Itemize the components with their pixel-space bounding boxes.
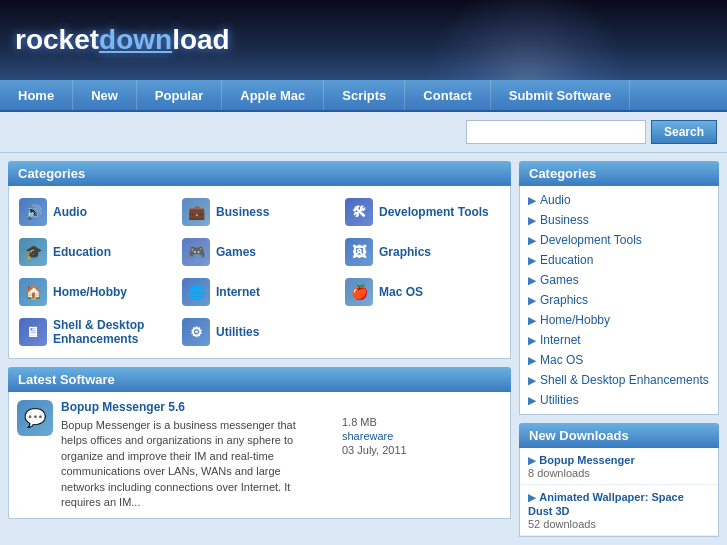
arrow-icon: ▶ — [528, 275, 536, 286]
latest-item-content-0: Bopup Messenger 5.6 Bopup Messenger is a… — [61, 400, 502, 510]
site-logo: rocketdownload — [15, 24, 230, 56]
right-categories-box: ▶ Audio ▶ Business ▶ Development Tools ▶… — [519, 186, 719, 415]
internet-icon: 🌐 — [182, 278, 210, 306]
arrow-icon: ▶ — [528, 355, 536, 366]
latest-item-title-0[interactable]: Bopup Messenger 5.6 — [61, 400, 185, 414]
site-header: rocketdownload — [0, 0, 727, 80]
arrow-icon: ▶ — [528, 335, 536, 346]
right-cat-utilities[interactable]: ▶ Utilities — [520, 390, 718, 410]
new-downloads-header: New Downloads — [519, 423, 719, 448]
right-cat-home-hobby[interactable]: ▶ Home/Hobby — [520, 310, 718, 330]
cat-audio[interactable]: 🔊 Audio — [17, 194, 176, 230]
search-input[interactable] — [466, 120, 646, 144]
right-cat-macos[interactable]: ▶ Mac OS — [520, 350, 718, 370]
latest-item-size-0: 1.8 MB — [342, 416, 377, 428]
left-column: Categories 🔊 Audio 💼 Business 🛠 Developm… — [8, 161, 511, 545]
latest-item-icon-0: 💬 — [17, 400, 53, 436]
hobby-icon: 🏠 — [19, 278, 47, 306]
nav-popular[interactable]: Popular — [137, 80, 222, 110]
latest-software-box: 💬 Bopup Messenger 5.6 Bopup Messenger is… — [8, 392, 511, 519]
cat-games[interactable]: 🎮 Games — [180, 234, 339, 270]
categories-grid: 🔊 Audio 💼 Business 🛠 Development Tools 🎓… — [9, 186, 510, 358]
new-dl-title-0[interactable]: Bopup Messenger — [539, 454, 634, 466]
right-cat-internet[interactable]: ▶ Internet — [520, 330, 718, 350]
dev-tools-icon: 🛠 — [345, 198, 373, 226]
nav-home[interactable]: Home — [0, 80, 73, 110]
new-dl-count-0: 8 downloads — [528, 467, 710, 479]
new-dl-title-1[interactable]: Animated Wallpaper: Space Dust 3D — [528, 491, 684, 517]
new-dl-count-1: 52 downloads — [528, 518, 710, 530]
nav-new[interactable]: New — [73, 80, 137, 110]
right-cat-business[interactable]: ▶ Business — [520, 210, 718, 230]
utilities-icon: ⚙ — [182, 318, 210, 346]
nav-apple-mac[interactable]: Apple Mac — [222, 80, 324, 110]
nav-contact[interactable]: Contact — [405, 80, 490, 110]
search-button[interactable]: Search — [651, 120, 717, 144]
main-content: Categories 🔊 Audio 💼 Business 🛠 Developm… — [0, 153, 727, 545]
shell-icon: 🖥 — [19, 318, 47, 346]
graphics-icon: 🖼 — [345, 238, 373, 266]
cat-internet[interactable]: 🌐 Internet — [180, 274, 339, 310]
macos-icon: 🍎 — [345, 278, 373, 306]
arrow-icon: ▶ — [528, 235, 536, 246]
latest-item-type-0: shareware — [342, 430, 393, 442]
right-cat-audio[interactable]: ▶ Audio — [520, 190, 718, 210]
cat-macos[interactable]: 🍎 Mac OS — [343, 274, 502, 310]
education-icon: 🎓 — [19, 238, 47, 266]
new-downloads-box: ▶ Bopup Messenger 8 downloads ▶ Animated… — [519, 448, 719, 537]
arrow-icon: ▶ — [528, 215, 536, 226]
arrow-icon: ▶ — [528, 315, 536, 326]
right-categories-header: Categories — [519, 161, 719, 186]
logo-text-after: load — [172, 24, 230, 55]
right-cat-graphics[interactable]: ▶ Graphics — [520, 290, 718, 310]
right-cat-list: ▶ Audio ▶ Business ▶ Development Tools ▶… — [520, 186, 718, 414]
arrow-icon: ▶ — [528, 195, 536, 206]
new-dl-item-1: ▶ Animated Wallpaper: Space Dust 3D 52 d… — [520, 485, 718, 536]
cat-education[interactable]: 🎓 Education — [17, 234, 176, 270]
cat-home-hobby[interactable]: 🏠 Home/Hobby — [17, 274, 176, 310]
latest-software-header: Latest Software — [8, 367, 511, 392]
header-bg-decoration — [427, 0, 627, 80]
new-dl-item-0: ▶ Bopup Messenger 8 downloads — [520, 448, 718, 485]
arrow-icon: ▶ — [528, 492, 536, 503]
nav-submit-software[interactable]: Submit Software — [491, 80, 631, 110]
search-bar: Search — [0, 112, 727, 153]
cat-shell[interactable]: 🖥 Shell & Desktop Enhancements — [17, 314, 176, 350]
games-icon: 🎮 — [182, 238, 210, 266]
right-cat-education[interactable]: ▶ Education — [520, 250, 718, 270]
arrow-icon: ▶ — [528, 375, 536, 386]
cat-graphics[interactable]: 🖼 Graphics — [343, 234, 502, 270]
arrow-icon: ▶ — [528, 395, 536, 406]
latest-item-0: 💬 Bopup Messenger 5.6 Bopup Messenger is… — [9, 392, 510, 518]
right-cat-games[interactable]: ▶ Games — [520, 270, 718, 290]
cat-dev-tools[interactable]: 🛠 Development Tools — [343, 194, 502, 230]
latest-item-date-0: 03 July, 2011 — [342, 444, 407, 456]
latest-item-desc-0: Bopup Messenger is a business messenger … — [61, 418, 322, 510]
right-cat-shell[interactable]: ▶ Shell & Desktop Enhancements — [520, 370, 718, 390]
arrow-icon: ▶ — [528, 295, 536, 306]
nav-scripts[interactable]: Scripts — [324, 80, 405, 110]
cat-utilities[interactable]: ⚙ Utilities — [180, 314, 339, 350]
arrow-icon: ▶ — [528, 255, 536, 266]
categories-header: Categories — [8, 161, 511, 186]
audio-icon: 🔊 — [19, 198, 47, 226]
cat-business[interactable]: 💼 Business — [180, 194, 339, 230]
logo-text-before: rocket — [15, 24, 99, 55]
categories-box: 🔊 Audio 💼 Business 🛠 Development Tools 🎓… — [8, 186, 511, 359]
main-nav: Home New Popular Apple Mac Scripts Conta… — [0, 80, 727, 112]
arrow-icon: ▶ — [528, 455, 536, 466]
right-cat-dev-tools[interactable]: ▶ Development Tools — [520, 230, 718, 250]
logo-text-highlight: down — [99, 24, 172, 55]
right-column: Categories ▶ Audio ▶ Business ▶ Developm… — [519, 161, 719, 545]
business-icon: 💼 — [182, 198, 210, 226]
